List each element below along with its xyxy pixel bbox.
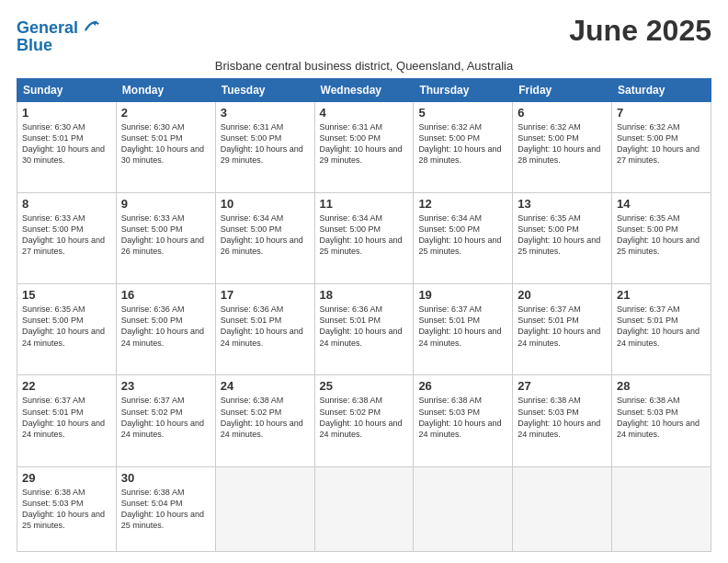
calendar-cell: 12Sunrise: 6:34 AMSunset: 5:00 PMDayligh… <box>414 192 513 283</box>
calendar-cell: 26Sunrise: 6:38 AMSunset: 5:03 PMDayligh… <box>414 375 513 466</box>
calendar-cell: 20Sunrise: 6:37 AMSunset: 5:01 PMDayligh… <box>513 284 612 375</box>
calendar-cell: 23Sunrise: 6:37 AMSunset: 5:02 PMDayligh… <box>116 375 215 466</box>
cell-info: Sunrise: 6:31 AMSunset: 5:00 PMDaylight:… <box>320 121 409 167</box>
calendar-cell: 10Sunrise: 6:34 AMSunset: 5:00 PMDayligh… <box>215 192 314 283</box>
calendar-table: Sunday Monday Tuesday Wednesday Thursday… <box>17 78 711 552</box>
col-thursday: Thursday <box>414 78 513 101</box>
day-number: 10 <box>221 197 310 211</box>
calendar-cell: 25Sunrise: 6:38 AMSunset: 5:02 PMDayligh… <box>314 375 414 466</box>
day-number: 22 <box>22 379 111 393</box>
day-number: 6 <box>518 106 607 120</box>
col-friday: Friday <box>513 78 612 101</box>
cell-info: Sunrise: 6:36 AMSunset: 5:01 PMDaylight:… <box>320 304 409 349</box>
calendar-cell: 9Sunrise: 6:33 AMSunset: 5:00 PMDaylight… <box>116 192 215 283</box>
calendar-cell: 6Sunrise: 6:32 AMSunset: 5:00 PMDaylight… <box>513 101 612 192</box>
page: General Blue June 2025 Brisbane central … <box>0 0 728 563</box>
cell-info: Sunrise: 6:34 AMSunset: 5:00 PMDaylight:… <box>320 213 409 258</box>
cell-info: Sunrise: 6:36 AMSunset: 5:01 PMDaylight:… <box>221 304 310 349</box>
cell-info: Sunrise: 6:35 AMSunset: 5:00 PMDaylight:… <box>22 304 111 349</box>
cell-info: Sunrise: 6:38 AMSunset: 5:04 PMDaylight:… <box>121 487 210 532</box>
calendar-cell: 4Sunrise: 6:31 AMSunset: 5:00 PMDaylight… <box>314 101 414 192</box>
cell-info: Sunrise: 6:37 AMSunset: 5:01 PMDaylight:… <box>518 304 607 349</box>
cell-info: Sunrise: 6:37 AMSunset: 5:01 PMDaylight:… <box>418 304 507 349</box>
col-sunday: Sunday <box>17 78 117 101</box>
day-number: 4 <box>320 106 409 120</box>
calendar-week-3: 15Sunrise: 6:35 AMSunset: 5:00 PMDayligh… <box>17 284 711 375</box>
day-number: 14 <box>617 197 706 211</box>
title-block: June 2025 <box>569 15 711 47</box>
month-title: June 2025 <box>569 15 711 47</box>
day-number: 7 <box>617 106 706 120</box>
day-number: 20 <box>518 288 607 302</box>
cell-info: Sunrise: 6:32 AMSunset: 5:00 PMDaylight:… <box>617 121 706 167</box>
day-number: 2 <box>121 106 210 120</box>
day-number: 3 <box>221 106 310 120</box>
cell-info: Sunrise: 6:34 AMSunset: 5:00 PMDaylight:… <box>221 213 310 258</box>
day-number: 29 <box>22 471 111 485</box>
calendar-cell <box>612 466 711 551</box>
day-number: 11 <box>320 197 409 211</box>
calendar-cell: 5Sunrise: 6:32 AMSunset: 5:00 PMDaylight… <box>414 101 513 192</box>
subtitle: Brisbane central business district, Quee… <box>17 59 711 73</box>
col-monday: Monday <box>116 78 215 101</box>
day-number: 5 <box>418 106 507 120</box>
calendar-cell: 3Sunrise: 6:31 AMSunset: 5:00 PMDaylight… <box>215 101 314 192</box>
day-number: 12 <box>418 197 507 211</box>
header-row: Sunday Monday Tuesday Wednesday Thursday… <box>17 78 711 101</box>
day-number: 17 <box>221 288 310 302</box>
cell-info: Sunrise: 6:37 AMSunset: 5:01 PMDaylight:… <box>617 304 706 349</box>
cell-info: Sunrise: 6:32 AMSunset: 5:00 PMDaylight:… <box>518 121 607 167</box>
day-number: 28 <box>617 379 706 393</box>
calendar-week-5: 29Sunrise: 6:38 AMSunset: 5:03 PMDayligh… <box>17 466 711 551</box>
cell-info: Sunrise: 6:38 AMSunset: 5:02 PMDaylight:… <box>320 395 409 440</box>
calendar-cell <box>215 466 314 551</box>
cell-info: Sunrise: 6:32 AMSunset: 5:00 PMDaylight:… <box>418 121 507 167</box>
calendar-cell: 28Sunrise: 6:38 AMSunset: 5:03 PMDayligh… <box>612 375 711 466</box>
col-saturday: Saturday <box>612 78 711 101</box>
calendar-cell: 30Sunrise: 6:38 AMSunset: 5:04 PMDayligh… <box>116 466 215 551</box>
day-number: 9 <box>121 197 210 211</box>
cell-info: Sunrise: 6:38 AMSunset: 5:03 PMDaylight:… <box>518 395 607 440</box>
calendar-cell: 17Sunrise: 6:36 AMSunset: 5:01 PMDayligh… <box>215 284 314 375</box>
calendar-cell: 15Sunrise: 6:35 AMSunset: 5:00 PMDayligh… <box>17 284 117 375</box>
logo-text: General Blue <box>17 17 100 55</box>
calendar-week-1: 1Sunrise: 6:30 AMSunset: 5:01 PMDaylight… <box>17 101 711 192</box>
day-number: 19 <box>418 288 507 302</box>
calendar-cell: 19Sunrise: 6:37 AMSunset: 5:01 PMDayligh… <box>414 284 513 375</box>
cell-info: Sunrise: 6:38 AMSunset: 5:02 PMDaylight:… <box>221 395 310 440</box>
calendar-cell: 13Sunrise: 6:35 AMSunset: 5:00 PMDayligh… <box>513 192 612 283</box>
cell-info: Sunrise: 6:38 AMSunset: 5:03 PMDaylight:… <box>22 487 111 532</box>
cell-info: Sunrise: 6:35 AMSunset: 5:00 PMDaylight:… <box>617 213 706 258</box>
calendar-cell: 29Sunrise: 6:38 AMSunset: 5:03 PMDayligh… <box>17 466 117 551</box>
day-number: 8 <box>22 197 111 211</box>
day-number: 13 <box>518 197 607 211</box>
calendar-cell: 24Sunrise: 6:38 AMSunset: 5:02 PMDayligh… <box>215 375 314 466</box>
day-number: 30 <box>121 471 210 485</box>
day-number: 23 <box>121 379 210 393</box>
cell-info: Sunrise: 6:30 AMSunset: 5:01 PMDaylight:… <box>22 121 111 167</box>
day-number: 26 <box>418 379 507 393</box>
cell-info: Sunrise: 6:35 AMSunset: 5:00 PMDaylight:… <box>518 213 607 258</box>
cell-info: Sunrise: 6:37 AMSunset: 5:01 PMDaylight:… <box>22 395 111 440</box>
day-number: 21 <box>617 288 706 302</box>
header: General Blue June 2025 <box>17 15 711 55</box>
cell-info: Sunrise: 6:30 AMSunset: 5:01 PMDaylight:… <box>121 121 210 167</box>
col-wednesday: Wednesday <box>314 78 414 101</box>
calendar-cell: 2Sunrise: 6:30 AMSunset: 5:01 PMDaylight… <box>116 101 215 192</box>
calendar-cell: 8Sunrise: 6:33 AMSunset: 5:00 PMDaylight… <box>17 192 117 283</box>
calendar-cell: 14Sunrise: 6:35 AMSunset: 5:00 PMDayligh… <box>612 192 711 283</box>
cell-info: Sunrise: 6:38 AMSunset: 5:03 PMDaylight:… <box>617 395 706 440</box>
cell-info: Sunrise: 6:31 AMSunset: 5:00 PMDaylight:… <box>221 121 310 167</box>
cell-info: Sunrise: 6:33 AMSunset: 5:00 PMDaylight:… <box>121 213 210 258</box>
calendar-week-2: 8Sunrise: 6:33 AMSunset: 5:00 PMDaylight… <box>17 192 711 283</box>
calendar-cell <box>314 466 414 551</box>
day-number: 1 <box>22 106 111 120</box>
cell-info: Sunrise: 6:36 AMSunset: 5:00 PMDaylight:… <box>121 304 210 349</box>
calendar-cell: 16Sunrise: 6:36 AMSunset: 5:00 PMDayligh… <box>116 284 215 375</box>
calendar-cell: 18Sunrise: 6:36 AMSunset: 5:01 PMDayligh… <box>314 284 414 375</box>
day-number: 24 <box>221 379 310 393</box>
calendar-cell: 21Sunrise: 6:37 AMSunset: 5:01 PMDayligh… <box>612 284 711 375</box>
calendar-cell: 7Sunrise: 6:32 AMSunset: 5:00 PMDaylight… <box>612 101 711 192</box>
calendar-week-4: 22Sunrise: 6:37 AMSunset: 5:01 PMDayligh… <box>17 375 711 466</box>
logo: General Blue <box>17 17 100 55</box>
